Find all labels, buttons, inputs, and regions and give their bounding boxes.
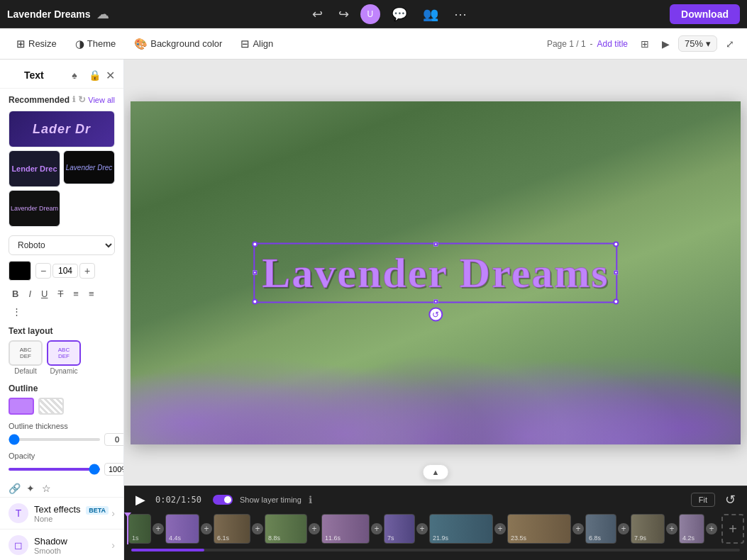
brand-title: Lavender Dreams xyxy=(7,9,91,20)
present-button[interactable]: ▶ xyxy=(658,35,674,52)
panel-icon1-btn[interactable]: ♠ xyxy=(66,67,83,84)
add-between-9-10[interactable]: + xyxy=(618,523,629,534)
font-size-input[interactable] xyxy=(52,264,78,278)
undo-button[interactable]: ↩ xyxy=(308,5,327,23)
scene-clip-4[interactable]: 8.8s xyxy=(265,514,307,544)
share-button[interactable]: 👥 xyxy=(419,4,443,25)
scene-clip-9[interactable]: 6.8s xyxy=(585,514,616,544)
add-between-3-4[interactable]: + xyxy=(252,523,263,534)
star-effect-btn[interactable]: ☆ xyxy=(40,481,52,495)
font-size-decrease[interactable]: − xyxy=(35,263,51,279)
avatar[interactable]: U xyxy=(360,4,380,24)
resize-button[interactable]: ⊞ Resize xyxy=(9,34,65,54)
download-button[interactable]: Download xyxy=(670,4,740,24)
canvas-main-text[interactable]: Lavender Dreams xyxy=(262,249,609,296)
layout-default-option[interactable]: ABCDEF Default xyxy=(9,340,43,375)
italic-button[interactable]: I xyxy=(25,286,35,301)
timeline-track[interactable]: 1s + 4.4s + 6.1s + 8 xyxy=(124,510,747,547)
layout-dynamic-option[interactable]: ABCDEF Dynamic xyxy=(47,340,81,375)
text-effects-name: Text effects BETA xyxy=(34,504,109,515)
fit-button[interactable]: Fit xyxy=(691,493,715,507)
text-effects-value: None xyxy=(34,515,109,523)
scene-clip-10[interactable]: 7.9s xyxy=(631,514,665,544)
zoom-control[interactable]: 75% ▾ xyxy=(678,35,717,52)
add-between-2-3[interactable]: + xyxy=(201,523,212,534)
scatter-effect-btn[interactable]: ✦ xyxy=(25,481,36,495)
shadow-item[interactable]: ◻ Shadow Smooth › xyxy=(0,529,123,560)
scene-clip-2[interactable]: 4.4s xyxy=(165,514,199,544)
canvas-area[interactable]: ↺ Lavender Dreams ▲ xyxy=(124,60,747,486)
add-title-link[interactable]: Add title xyxy=(597,39,628,49)
align-left-button[interactable]: ≡ xyxy=(70,286,82,301)
show-timing-info-icon[interactable]: ℹ xyxy=(309,494,312,505)
theme-button[interactable]: ◑ Theme xyxy=(67,34,123,54)
hide-timeline-button[interactable]: ▲ xyxy=(423,464,449,480)
align-center-button[interactable]: ≡ xyxy=(85,286,98,301)
add-between-5-6[interactable]: + xyxy=(371,523,382,534)
text-preview-1[interactable]: Lader Dr xyxy=(9,111,115,147)
outline-thickness-slider[interactable] xyxy=(9,438,100,441)
text-preview-3[interactable]: Lavender Drec xyxy=(63,150,115,184)
text-preview-2[interactable]: Lender Drec xyxy=(9,150,60,187)
outline-thickness-input[interactable] xyxy=(104,433,124,446)
strikethrough-button[interactable]: T xyxy=(54,286,67,301)
add-between-1-2[interactable]: + xyxy=(153,523,164,534)
format-row: B I U T ≡ ≡ ⋮ xyxy=(0,284,123,322)
play-button[interactable]: ▶ xyxy=(131,491,150,509)
comments-button[interactable]: 💬 xyxy=(387,4,411,25)
layout-default-label: Default xyxy=(14,367,37,375)
scene-clip-5[interactable]: 11.6s xyxy=(321,514,370,544)
font-size-increase[interactable]: + xyxy=(79,263,95,279)
opacity-label: Opacity xyxy=(9,452,115,460)
redo-button[interactable]: ↪ xyxy=(334,5,353,23)
text-preview-4[interactable]: Lavender Dream xyxy=(9,190,60,227)
font-color-swatch[interactable] xyxy=(9,261,31,281)
add-scene-clip[interactable]: + xyxy=(721,514,744,544)
add-between-8-9[interactable]: + xyxy=(572,523,584,534)
add-between-10-11[interactable]: + xyxy=(666,523,677,534)
canvas-wrapper: ↺ Lavender Dreams xyxy=(131,101,741,444)
add-between-7-8[interactable]: + xyxy=(494,523,506,534)
opacity-input[interactable] xyxy=(104,463,124,476)
shadow-left: ◻ Shadow Smooth xyxy=(9,535,67,555)
scrubber-progress xyxy=(131,549,204,551)
scene-clip-11[interactable]: 4.2s xyxy=(679,514,704,544)
timeline-scrubber[interactable] xyxy=(131,549,740,551)
more-format-button[interactable]: ⋮ xyxy=(9,304,25,319)
canvas-text-container[interactable]: ↺ Lavender Dreams xyxy=(262,248,609,297)
opacity-slider[interactable] xyxy=(9,468,100,471)
grid-view-button[interactable]: ⊞ xyxy=(636,35,653,52)
fullscreen-button[interactable]: ⤢ xyxy=(721,35,738,52)
scene-clip-inner-1: 1s xyxy=(129,515,150,543)
recommended-refresh-icon[interactable]: ↻ xyxy=(78,94,86,105)
timeline-controls: ▶ 0:02/1:50 Show layer timing ℹ Fit ↺ xyxy=(124,486,747,510)
outline-transparent-swatch[interactable] xyxy=(38,398,64,415)
panel-lock-btn[interactable]: 🔒 xyxy=(86,67,103,84)
bold-button[interactable]: B xyxy=(9,286,22,301)
scene-clip-3[interactable]: 6.1s xyxy=(214,514,250,544)
more-button[interactable]: ⋯ xyxy=(450,4,471,25)
recommended-info-icon[interactable]: ℹ xyxy=(72,95,75,104)
scene-clip-inner-9: 6.8s xyxy=(586,515,616,543)
outline-color-swatch[interactable] xyxy=(9,398,34,415)
view-all-link[interactable]: View all xyxy=(88,96,115,104)
show-layer-timing-label[interactable]: Show layer timing xyxy=(236,493,306,506)
scene-clip-7[interactable]: 21.9s xyxy=(429,514,493,544)
font-controls: − + xyxy=(0,258,123,284)
underline-button[interactable]: U xyxy=(38,286,51,301)
text-effects-item[interactable]: T Text effects BETA None › xyxy=(0,497,123,529)
add-between-4-5[interactable]: + xyxy=(309,523,320,534)
text-previews: Lader Dr Lender Drec Lavender Drec Laven… xyxy=(0,108,123,233)
add-between-6-7[interactable]: + xyxy=(416,523,428,534)
hide-timeline-icon: ▲ xyxy=(432,468,440,476)
add-between-11-12[interactable]: + xyxy=(706,523,717,534)
align-button[interactable]: ⊟ Align xyxy=(233,34,281,54)
scene-clip-1[interactable]: 1s xyxy=(128,514,151,544)
scene-clip-6[interactable]: 7s xyxy=(384,514,415,544)
font-select[interactable]: Roboto xyxy=(9,235,115,255)
panel-close-button[interactable]: ✕ xyxy=(106,69,115,82)
show-timing-toggle[interactable] xyxy=(213,495,233,505)
scene-clip-8[interactable]: 23.5s xyxy=(507,514,571,544)
loop-button[interactable]: ↺ xyxy=(721,491,740,509)
background-color-button[interactable]: 🎨 Background color xyxy=(126,34,230,54)
